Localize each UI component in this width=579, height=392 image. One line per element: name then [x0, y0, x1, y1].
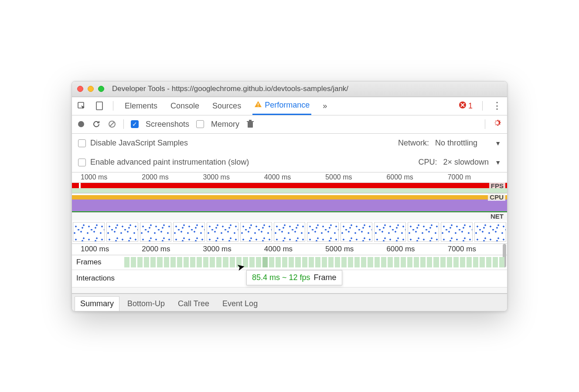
memory-label: Memory: [211, 120, 239, 129]
filmstrip-thumb[interactable]: [307, 222, 339, 242]
clear-icon[interactable]: [108, 120, 116, 128]
tab-performance[interactable]: Performance: [252, 97, 311, 115]
enable-paint-label: Enable advanced paint instrumentation (s…: [90, 158, 249, 167]
devtools-window: Developer Tools - https://googlechrome.g…: [72, 81, 507, 311]
filmstrip-thumb[interactable]: [106, 222, 138, 242]
minimize-window-button[interactable]: [88, 86, 94, 92]
window-controls: [77, 86, 104, 92]
capture-settings: Disable JavaScript Samples Network: No t…: [72, 134, 507, 172]
svg-rect-8: [247, 121, 254, 122]
tab-call-tree[interactable]: Call Tree: [173, 297, 215, 311]
interactions-track[interactable]: Interactions ➤ 85.4 ms ~ 12 fps Frame: [72, 270, 507, 287]
divider: [123, 119, 124, 129]
filmstrip-thumb[interactable]: [173, 222, 205, 242]
kebab-menu-icon[interactable]: ⋮: [492, 100, 502, 112]
filmstrip-thumb[interactable]: [73, 222, 105, 242]
titlebar: Developer Tools - https://googlechrome.g…: [72, 81, 507, 97]
filmstrip-thumb[interactable]: [341, 222, 372, 242]
divider: [482, 101, 483, 111]
close-window-button[interactable]: [77, 86, 83, 92]
controls-row: ✓ Screenshots Memory: [72, 115, 507, 134]
tab-summary[interactable]: Summary: [75, 296, 119, 311]
memory-checkbox[interactable]: [196, 120, 204, 128]
svg-rect-3: [258, 106, 259, 107]
trash-icon[interactable]: [246, 120, 254, 128]
tab-sources[interactable]: Sources: [211, 97, 243, 115]
net-lane-label: NET: [489, 213, 505, 220]
screenshot-filmstrip[interactable]: [72, 220, 507, 244]
enable-paint-checkbox[interactable]: [78, 159, 86, 166]
fps-warning-bar: [72, 183, 507, 188]
screenshots-checkbox[interactable]: ✓: [131, 120, 139, 128]
filmstrip-thumb[interactable]: [274, 222, 306, 242]
filmstrip-thumb[interactable]: [441, 222, 473, 242]
overview-pane[interactable]: FPS CPU NET: [72, 183, 507, 244]
divider: [485, 119, 485, 129]
svg-rect-1: [96, 102, 102, 110]
track-gutter: [72, 287, 507, 294]
disable-js-checkbox[interactable]: [78, 139, 86, 147]
reload-icon[interactable]: [92, 120, 101, 128]
frame-tooltip: 85.4 ms ~ 12 fps Frame: [246, 270, 342, 285]
screenshots-label: Screenshots: [146, 120, 189, 129]
filmstrip-thumb[interactable]: [140, 222, 172, 242]
chevron-down-icon: ▼: [495, 140, 501, 147]
cpu-lane-label: CPU: [488, 193, 505, 201]
filmstrip-thumb[interactable]: [474, 222, 506, 242]
tab-console[interactable]: Console: [169, 97, 201, 115]
tab-bottom-up[interactable]: Bottom-Up: [122, 297, 170, 311]
inspect-icon[interactable]: [77, 101, 86, 110]
record-icon[interactable]: [77, 120, 85, 128]
svg-rect-2: [258, 103, 259, 105]
filmstrip-thumb[interactable]: [240, 222, 272, 242]
frames-label: Frames: [72, 258, 124, 267]
network-label: Network:: [398, 139, 429, 148]
error-badge[interactable]: 1: [459, 101, 473, 111]
filmstrip-thumb[interactable]: [374, 222, 406, 242]
main-tabbar: Elements Console Sources Performance » 1…: [72, 97, 507, 115]
warning-icon: [254, 100, 262, 110]
chevron-down-icon: ▼: [495, 159, 501, 166]
interactions-label: Interactions: [72, 274, 124, 283]
error-icon: [459, 101, 467, 111]
disable-js-label: Disable JavaScript Samples: [90, 139, 188, 148]
tab-event-log[interactable]: Event Log: [217, 297, 263, 311]
net-lane: NET: [72, 213, 507, 220]
filmstrip-thumb[interactable]: [207, 222, 238, 242]
frames-track[interactable]: Frames: [72, 255, 507, 270]
cpu-label: CPU:: [419, 158, 437, 167]
network-dropdown[interactable]: No throttling ▼: [435, 139, 501, 148]
main-ruler[interactable]: 1000 ms 2000 ms 3000 ms 4000 ms 5000 ms …: [72, 244, 507, 255]
svg-rect-9: [249, 120, 252, 121]
settings-gear-icon[interactable]: [492, 118, 502, 130]
tabs-overflow[interactable]: »: [321, 97, 329, 115]
footer-tabs: Summary Bottom-Up Call Tree Event Log: [72, 294, 507, 311]
tab-elements[interactable]: Elements: [123, 97, 159, 115]
device-toggle-icon[interactable]: [95, 101, 103, 111]
tooltip-timing: 85.4 ms ~ 12 fps: [252, 273, 310, 282]
tooltip-kind: Frame: [314, 273, 337, 282]
svg-point-5: [78, 121, 84, 127]
window-title: Developer Tools - https://googlechrome.g…: [112, 84, 348, 93]
filmstrip-thumb[interactable]: [408, 222, 439, 242]
cpu-lane: CPU: [72, 193, 507, 213]
frames-blocks[interactable]: [124, 257, 507, 267]
svg-rect-7: [248, 122, 253, 128]
divider: [113, 101, 113, 111]
maximize-window-button[interactable]: [98, 86, 104, 92]
cpu-dropdown[interactable]: 2× slowdown ▼: [443, 158, 501, 167]
fps-lane: [72, 188, 507, 193]
overview-ruler[interactable]: 1000 ms 2000 ms 3000 ms 4000 ms 5000 ms …: [72, 172, 507, 183]
